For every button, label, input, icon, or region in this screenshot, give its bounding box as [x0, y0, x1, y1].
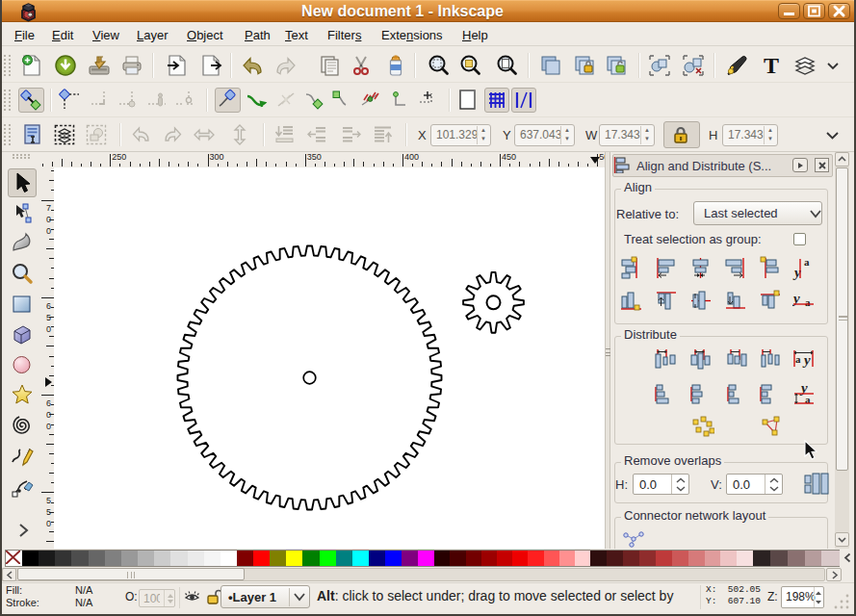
svg-text:a: a — [795, 353, 801, 365]
svg-text:a: a — [805, 296, 811, 308]
svg-text:a: a — [804, 256, 810, 268]
svg-text:y: y — [802, 352, 811, 368]
svg-text:T: T — [764, 54, 779, 77]
